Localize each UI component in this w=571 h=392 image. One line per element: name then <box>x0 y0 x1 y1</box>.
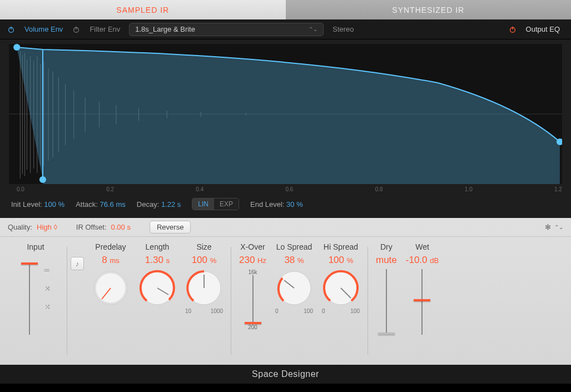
dry-slider[interactable] <box>378 269 395 335</box>
preset-select[interactable]: 1.8s_Large & Brite ⌃⌄ <box>129 23 324 36</box>
chevron-updown-icon: ⌃⌄ <box>554 224 563 230</box>
ir-offset-label: IR Offset: <box>76 223 107 231</box>
preset-name: 1.8s_Large & Brite <box>135 25 195 33</box>
filter-env-power-icon[interactable] <box>72 25 81 34</box>
hispread-title: Hi Spread <box>324 242 358 251</box>
predelay-title: Predelay <box>95 242 126 251</box>
init-level-label: Init Level: <box>11 200 42 209</box>
predelay-value[interactable]: 8 ms <box>102 255 120 266</box>
ir-offset-value[interactable]: 0.00 s <box>111 223 131 231</box>
envelope-handle-attack[interactable] <box>39 176 46 183</box>
length-knob[interactable] <box>138 269 176 307</box>
time-axis: 0.00.20.40.60.81.01.2 <box>9 184 562 193</box>
quality-label: Quality: <box>8 223 32 231</box>
wet-title: Wet <box>415 242 429 251</box>
decay-value[interactable]: 1.22 s <box>161 200 181 209</box>
end-level-label: End Level: <box>250 200 284 209</box>
stereo-icon[interactable]: ═ <box>44 266 51 274</box>
gear-icon: ✻ <box>545 223 551 231</box>
curve-mode-segmented[interactable]: LIN EXP <box>192 198 239 210</box>
toolbar: Volume Env Filter Env 1.8s_Large & Brite… <box>0 19 571 39</box>
chevron-updown-icon: ⌃⌄ <box>309 26 317 32</box>
wet-slider[interactable] <box>414 269 430 335</box>
lospread-title: Lo Spread <box>276 242 312 251</box>
output-eq-tab[interactable]: Output EQ <box>522 25 564 33</box>
input-title: Input <box>27 242 44 251</box>
reverse-button[interactable]: Reverse <box>150 221 191 234</box>
envelope-display[interactable] <box>9 44 562 184</box>
input-slider[interactable] <box>21 262 38 335</box>
filter-env-tab[interactable]: Filter Env <box>85 25 125 33</box>
lin-button[interactable]: LIN <box>192 199 214 210</box>
length-value[interactable]: 1.30 s <box>145 255 170 266</box>
volume-env-tab[interactable]: Volume Env <box>20 25 67 33</box>
stereo-label[interactable]: Stereo <box>328 25 358 33</box>
volume-env-power-icon[interactable] <box>7 25 16 34</box>
attack-value[interactable]: 76.6 ms <box>100 200 126 209</box>
size-value[interactable]: 100 % <box>192 255 217 266</box>
hispread-knob[interactable] <box>322 269 360 307</box>
dry-title: Dry <box>380 242 393 251</box>
settings-menu[interactable]: ✻ ⌃⌄ <box>545 223 563 231</box>
xover-slider[interactable]: 16k 200 <box>245 269 261 330</box>
dry-value[interactable]: mute <box>376 255 397 266</box>
ms-icon[interactable]: ⤨ <box>44 284 51 292</box>
shuffle-icon[interactable]: ⤭ <box>44 302 51 311</box>
predelay-knob[interactable] <box>92 269 130 307</box>
tempo-sync-button[interactable]: ♪ <box>71 257 84 270</box>
wet-value[interactable]: -10.0 dB <box>406 255 439 266</box>
decay-label: Decay: <box>137 200 159 209</box>
end-level-value[interactable]: 30 % <box>286 200 303 209</box>
note-icon: ♪ <box>76 260 80 268</box>
exp-button[interactable]: EXP <box>214 199 239 210</box>
quality-select[interactable]: High ◊ <box>37 223 57 231</box>
tab-sampled-ir[interactable]: SAMPLED IR <box>0 0 286 19</box>
hispread-value[interactable]: 100 % <box>329 255 354 266</box>
plugin-title: Space Designer <box>0 365 571 384</box>
output-eq-power-icon[interactable] <box>508 25 517 34</box>
size-knob[interactable] <box>185 269 223 307</box>
attack-label: Attack: <box>76 200 98 209</box>
lospread-knob[interactable] <box>275 269 313 307</box>
length-title: Length <box>146 242 170 251</box>
tab-synthesized-ir[interactable]: SYNTHESIZED IR <box>286 0 572 19</box>
lospread-value[interactable]: 38 % <box>284 255 304 266</box>
init-level-value[interactable]: 100 % <box>44 200 64 209</box>
envelope-handle-init[interactable] <box>13 44 20 51</box>
xover-title: X-Over <box>240 242 265 251</box>
xover-value[interactable]: 230 Hz <box>239 255 266 266</box>
size-title: Size <box>196 242 211 251</box>
